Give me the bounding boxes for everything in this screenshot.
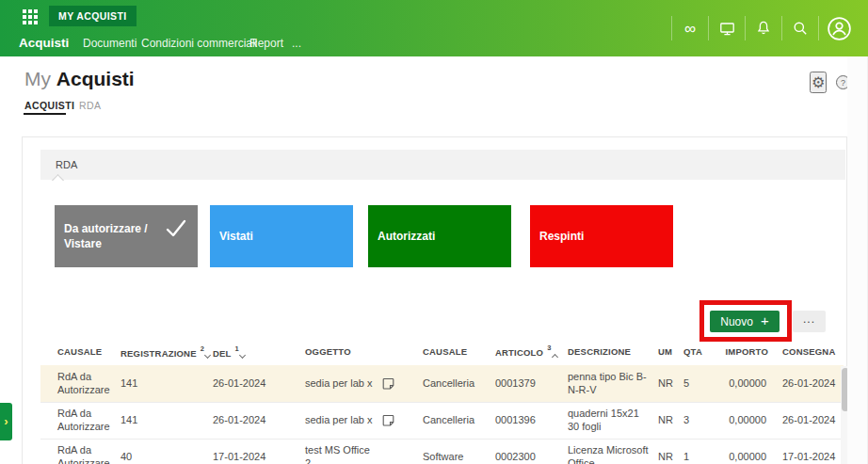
nuovo-button-label: Nuovo xyxy=(720,315,753,328)
rda-section-label: RDA xyxy=(56,159,77,170)
status-tile-label: Respinti xyxy=(539,230,584,243)
col-header-causale-2[interactable]: CAUSALE xyxy=(423,346,495,357)
tab-acquisti[interactable]: ACQUISTI xyxy=(24,100,74,111)
profile-icon[interactable] xyxy=(819,0,859,56)
table-body: RdA da Autorizzare 141 26-01-2024 sedia … xyxy=(40,365,844,464)
status-tile-label: Autorizzati xyxy=(378,230,435,243)
col-header-importo[interactable]: IMPORTO xyxy=(708,346,772,357)
app-title-badge[interactable]: MY ACQUISTI xyxy=(49,6,137,26)
check-icon xyxy=(164,216,188,241)
nav-item-documenti[interactable]: Documenti xyxy=(83,38,137,49)
notifications-bell-icon[interactable] xyxy=(746,0,781,56)
col-header-del[interactable]: DEL1 xyxy=(213,344,305,359)
more-actions-button[interactable]: ... xyxy=(793,311,826,332)
sort-desc-icon xyxy=(239,352,246,359)
sort-desc-icon xyxy=(204,352,211,359)
table-header-row: CAUSALE REGISTRAZIONE2 DEL1 OGGETTO CAUS… xyxy=(40,338,844,365)
col-header-oggetto[interactable]: OGGETTO xyxy=(305,346,382,357)
note-icon[interactable] xyxy=(382,414,394,427)
col-header-um[interactable]: UM xyxy=(658,346,683,357)
app-title: MY ACQUISTI xyxy=(58,10,127,22)
topbar-icon-group: ∞ xyxy=(671,0,859,56)
nav-item-acquisti[interactable]: Acquisti xyxy=(19,37,69,50)
nav-item-report[interactable]: Report xyxy=(249,38,283,49)
gear-icon[interactable]: ⚙ xyxy=(810,72,827,93)
sort-asc-icon xyxy=(552,354,558,360)
rda-section-header[interactable]: RDA xyxy=(40,150,845,180)
status-tile-respinti[interactable]: Respinti xyxy=(530,205,673,267)
status-tile-vistati[interactable]: Vistati xyxy=(210,205,353,267)
page-title-prefix: My xyxy=(24,68,51,89)
page-right-margin xyxy=(847,56,868,464)
monitor-icon[interactable] xyxy=(709,0,745,56)
col-header-qta[interactable]: QTA xyxy=(683,346,708,357)
tab-rda[interactable]: RDA xyxy=(79,100,101,111)
status-tile-label: Da autorizzare / Vistare xyxy=(64,222,148,250)
search-icon[interactable] xyxy=(782,0,818,56)
page-title: My Acquisti xyxy=(24,68,135,90)
active-tab-underline xyxy=(24,113,66,115)
top-app-bar: MY ACQUISTI Acquisti Documenti Condizion… xyxy=(0,0,868,56)
status-tile-label: Vistati xyxy=(219,230,253,243)
col-header-consegna[interactable]: CONSEGNA xyxy=(772,346,844,357)
col-header-descrizione[interactable]: DESCRIZIONE xyxy=(568,346,658,357)
ellipsis-icon: ... xyxy=(803,312,815,326)
col-header-causale[interactable]: CAUSALE xyxy=(57,346,121,357)
status-tile-da-autorizzare[interactable]: Da autorizzare / Vistare xyxy=(55,205,198,267)
rda-card: RDA Da autorizzare / Vistare Vistati Aut… xyxy=(22,136,847,464)
status-tile-autorizzati[interactable]: Autorizzati xyxy=(368,205,511,267)
side-panel-expander[interactable]: › xyxy=(0,403,12,440)
app-launcher-icon[interactable] xyxy=(23,9,38,24)
nav-item-more[interactable]: ... xyxy=(292,38,301,49)
table-row[interactable]: RdA da Autorizzare 141 26-01-2024 sedia … xyxy=(40,402,844,439)
nav-item-condizioni-commerciali[interactable]: Condizioni commerciali xyxy=(141,38,257,49)
page-title-main: Acquisti xyxy=(56,68,135,89)
infinity-icon[interactable]: ∞ xyxy=(672,0,708,56)
col-header-registrazione[interactable]: REGISTRAZIONE2 xyxy=(121,344,213,359)
col-header-articolo[interactable]: ARTICOLO3 xyxy=(495,344,568,360)
table-row[interactable]: RdA da Autorizzare 141 26-01-2024 sedia … xyxy=(40,365,844,402)
table-row[interactable]: RdA da Autorizzare 40 17-01-2024 test MS… xyxy=(40,439,844,464)
nuovo-button[interactable]: Nuovo + xyxy=(710,311,780,332)
note-icon[interactable] xyxy=(382,377,394,391)
